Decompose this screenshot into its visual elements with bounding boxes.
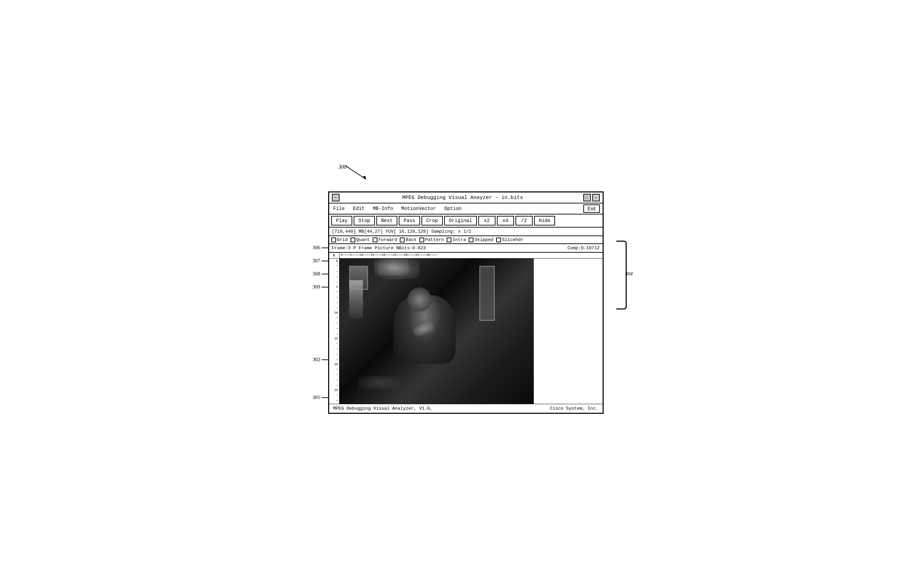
- checkbox-pattern-box[interactable]: [419, 237, 424, 242]
- ruler-corner: R: [329, 253, 340, 258]
- video-area: [340, 259, 534, 404]
- checkbox-intra[interactable]: Intra: [447, 237, 466, 242]
- menu-mbinfo[interactable]: MB-Info: [372, 205, 395, 212]
- stop-button[interactable]: Stop: [354, 216, 375, 225]
- frame-info-right: Comp:0-10712: [568, 245, 600, 251]
- next-button[interactable]: Next: [377, 216, 398, 225]
- checkbox-forward-label: Forward: [378, 237, 397, 242]
- status-left: MPEG Debugging Visual Analyzer, V1.0,: [333, 406, 433, 411]
- status-right: Cisco System, Inc.: [550, 406, 598, 411]
- frame-info-bar: Frame:3 P Frame Picture NBits:0-823 Comp…: [329, 244, 603, 253]
- menu-motionvector[interactable]: MotionVector: [400, 205, 438, 212]
- menu-file[interactable]: File: [332, 205, 346, 212]
- original-button[interactable]: Original: [444, 216, 477, 225]
- menu-items: File Edit MB-Info MotionVector Option: [332, 205, 463, 212]
- half-button[interactable]: /2: [516, 216, 533, 225]
- checkbox-quant-box[interactable]: [351, 237, 355, 242]
- window-title: MPEG Debugging Visual Anayzer - in.bits: [342, 195, 583, 201]
- info-text: [718,440] MB[44,27] YUV[ 16,128,128] Sam…: [332, 229, 472, 234]
- title-bar: ─ MPEG Debugging Visual Anayzer - in.bit…: [329, 193, 603, 204]
- menu-bar: File Edit MB-Info MotionVector Option Ex…: [329, 204, 603, 214]
- status-bar: MPEG Debugging Visual Analyzer, V1.0, Ci…: [329, 404, 603, 413]
- title-bar-controls: □ ▪: [583, 194, 600, 201]
- checkbox-skipped-box[interactable]: [468, 237, 473, 242]
- menu-edit[interactable]: Edit: [352, 205, 366, 212]
- checkbox-skipped[interactable]: Skipped: [468, 237, 493, 242]
- right-empty-area: [534, 259, 603, 404]
- checkbox-slicehdr-label: Slicehdr: [502, 237, 524, 242]
- label-304: 304: [625, 271, 633, 277]
- frame-info-left: Frame:3 P Frame Picture NBits:0-823: [332, 245, 426, 251]
- play-button[interactable]: Play: [331, 216, 353, 225]
- toolbar: Play Stop Next Pass Crop Original x2 x4 …: [329, 214, 603, 228]
- checkbox-forward[interactable]: Forward: [373, 237, 397, 242]
- checkbox-back-label: Back: [406, 237, 416, 242]
- checkbox-forward-box[interactable]: [373, 237, 377, 242]
- pass-button[interactable]: Pass: [399, 216, 420, 225]
- checkbox-quant[interactable]: Quant: [351, 237, 370, 242]
- crop-button[interactable]: Crop: [421, 216, 443, 225]
- checkbox-back[interactable]: Back: [400, 237, 416, 242]
- checkbox-intra-label: Intra: [453, 237, 466, 242]
- svg-line-0: [345, 165, 366, 179]
- exit-button[interactable]: Exit: [583, 205, 600, 213]
- checkbox-skipped-label: Skipped: [475, 237, 493, 242]
- checkbox-intra-box[interactable]: [447, 237, 452, 242]
- checkbox-grid-box[interactable]: [331, 237, 336, 242]
- x2-button[interactable]: x2: [478, 216, 496, 225]
- ruler-top: 0○○○○5○○○○10○○○○15○○○○20○○○○25○○○○30○○○○…: [340, 253, 603, 258]
- info-bar: [718,440] MB[44,27] YUV[ 16,128,128] Sam…: [329, 228, 603, 236]
- checkbox-slicehdr[interactable]: Slicehdr: [496, 237, 524, 242]
- checkboxes-bar: Grid Quant Forward Back Pattern Intra: [329, 236, 603, 244]
- system-menu-button[interactable]: ─: [332, 194, 340, 201]
- content-row: 0 •••• 5 •••• 10 •••• 15 •••• 20 •••• 25…: [329, 259, 603, 404]
- checkbox-quant-label: Quant: [357, 237, 370, 242]
- checkbox-grid-label: Grid: [337, 237, 348, 242]
- checkbox-back-box[interactable]: [400, 237, 405, 242]
- ruler-row: R 0○○○○5○○○○10○○○○15○○○○20○○○○25○○○○30○○…: [329, 253, 603, 259]
- checkbox-pattern[interactable]: Pattern: [419, 237, 444, 242]
- checkbox-slicehdr-box[interactable]: [496, 237, 501, 242]
- ref-label-300: 300: [338, 164, 347, 170]
- x4-button[interactable]: x4: [497, 216, 514, 225]
- canvas-area: R 0○○○○5○○○○10○○○○15○○○○20○○○○25○○○○30○○…: [329, 253, 603, 404]
- checkbox-grid[interactable]: Grid: [331, 237, 348, 242]
- maximize-button[interactable]: □: [583, 194, 591, 201]
- menu-option[interactable]: Option: [443, 205, 463, 212]
- restore-button[interactable]: ▪: [592, 194, 600, 201]
- video-simulation: [340, 259, 534, 404]
- ruler-left: 0 •••• 5 •••• 10 •••• 15 •••• 20 •••• 25…: [329, 259, 340, 404]
- hide-button[interactable]: Hide: [534, 216, 556, 225]
- checkbox-pattern-label: Pattern: [425, 237, 444, 242]
